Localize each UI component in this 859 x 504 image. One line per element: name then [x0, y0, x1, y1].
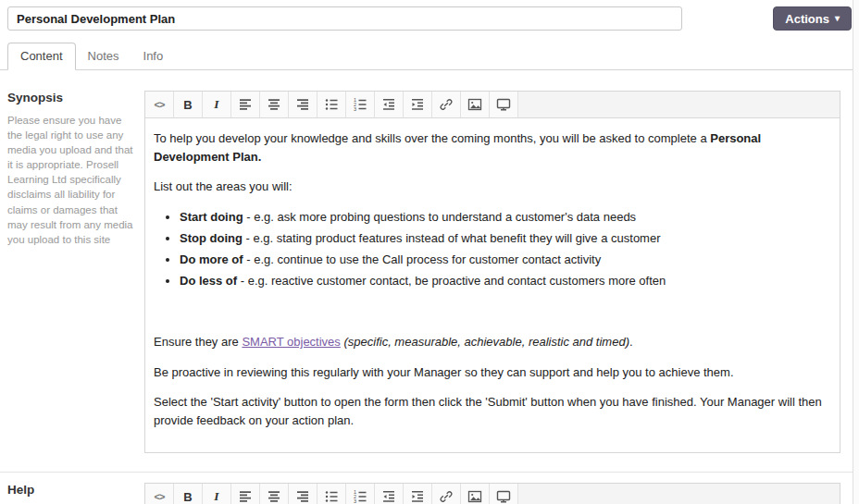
italic-icon[interactable]: I — [203, 92, 231, 117]
align-right-icon[interactable] — [289, 484, 317, 504]
align-center-icon[interactable] — [260, 484, 289, 504]
synopsis-paragraph: List out the areas you will: — [154, 178, 831, 196]
page-scrollbar[interactable] — [853, 0, 859, 504]
synopsis-bullet-list: Start doing - e.g. ask more probing ques… — [180, 208, 831, 290]
unordered-list-icon[interactable] — [317, 92, 346, 117]
unordered-list-icon[interactable] — [317, 484, 346, 504]
content-pane: Synopsis Please ensure you have the lega… — [0, 70, 859, 504]
tab-notes[interactable]: Notes — [76, 43, 131, 69]
align-left-icon[interactable] — [231, 484, 260, 504]
align-center-icon[interactable] — [260, 92, 289, 117]
align-right-icon[interactable] — [289, 92, 317, 117]
indent-icon[interactable] — [404, 484, 432, 504]
image-icon[interactable] — [461, 92, 490, 117]
image-icon[interactable] — [461, 484, 490, 504]
bold-icon[interactable]: B — [174, 484, 203, 504]
help-row: Help <>BI123 If you have any questions, … — [0, 483, 859, 504]
source-code-icon[interactable]: <> — [145, 484, 174, 504]
synopsis-editor-toolbar: <>BI123 — [145, 92, 840, 118]
synopsis-editor: <>BI123 To help you develop your knowled… — [144, 91, 840, 453]
synopsis-row: Synopsis Please ensure you have the lega… — [0, 91, 859, 453]
svg-text:3: 3 — [354, 498, 356, 504]
link-icon[interactable] — [432, 484, 461, 504]
media-icon[interactable] — [490, 484, 518, 504]
smart-objectives-link[interactable]: SMART objectives — [242, 335, 340, 349]
outdent-icon[interactable] — [375, 484, 404, 504]
list-item: Stop doing - e.g. stating product featur… — [180, 229, 831, 248]
list-item: Do more of - e.g. continue to use the Ca… — [180, 251, 831, 269]
source-code-icon[interactable]: <> — [145, 92, 174, 117]
page-title-input[interactable] — [7, 6, 682, 31]
tab-bar: Content Notes Info — [0, 43, 859, 70]
bold-icon[interactable]: B — [174, 92, 203, 117]
ordered-list-icon[interactable]: 123 — [346, 92, 375, 117]
tab-info[interactable]: Info — [131, 43, 176, 69]
actions-button[interactable]: Actions ▾ — [773, 6, 852, 31]
actions-button-label: Actions — [785, 12, 829, 26]
synopsis-label: Synopsis — [7, 91, 133, 104]
section-divider — [0, 472, 859, 473]
help-editor-toolbar: <>BI123 — [145, 484, 840, 504]
outdent-icon[interactable] — [375, 92, 404, 117]
indent-icon[interactable] — [404, 92, 432, 117]
italic-icon[interactable]: I — [203, 484, 231, 504]
link-icon[interactable] — [432, 92, 461, 117]
ordered-list-icon[interactable]: 123 — [346, 484, 375, 504]
synopsis-paragraph: Ensure they are SMART objectives (specif… — [154, 333, 831, 351]
synopsis-media-note: Please ensure you have the legal right t… — [7, 113, 135, 247]
page-header: Actions ▾ — [0, 0, 859, 31]
list-item: Do less of - e.g. reactive customer cont… — [180, 272, 831, 290]
align-left-icon[interactable] — [231, 92, 260, 117]
help-editor: <>BI123 If you have any questions, pleas… — [144, 483, 840, 504]
svg-text:3: 3 — [354, 106, 356, 112]
synopsis-paragraph: Be proactive in reviewing this regularly… — [154, 363, 831, 382]
synopsis-paragraph: Select the 'Start activity' button to op… — [154, 393, 831, 429]
synopsis-editor-content[interactable]: To help you develop your knowledge and s… — [145, 118, 840, 452]
media-icon[interactable] — [490, 92, 518, 117]
caret-down-icon: ▾ — [835, 14, 840, 23]
list-item: Start doing - e.g. ask more probing ques… — [180, 208, 831, 227]
tab-content[interactable]: Content — [7, 43, 76, 70]
help-label: Help — [7, 483, 133, 497]
synopsis-paragraph: To help you develop your knowledge and s… — [154, 129, 831, 166]
